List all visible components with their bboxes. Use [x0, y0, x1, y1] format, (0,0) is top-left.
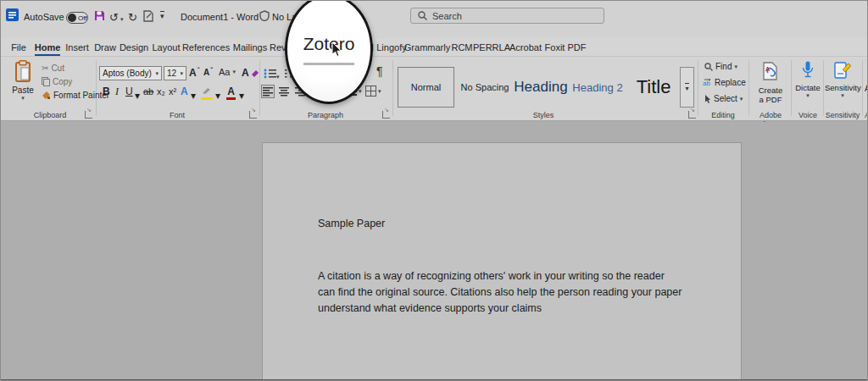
subscript-button[interactable]: x₂	[157, 86, 165, 97]
select-button[interactable]: Select▾	[704, 94, 743, 103]
autosave-label: AutoSave	[24, 12, 64, 22]
save-icon[interactable]	[94, 10, 105, 21]
style-title[interactable]: Title	[630, 67, 677, 108]
qat-customize-icon[interactable]: ▾	[160, 11, 164, 20]
microphone-icon	[802, 61, 814, 80]
replace-button[interactable]: ab Replace	[703, 78, 746, 87]
styles-dialog-launcher-icon[interactable]	[688, 111, 696, 119]
touch-mode-icon[interactable]	[143, 10, 154, 22]
tab-zotero[interactable]: Zotero	[303, 34, 355, 54]
align-left-icon	[263, 87, 273, 97]
tab-draw[interactable]: Draw	[92, 38, 118, 57]
tab-perrla[interactable]: PERRLA	[474, 38, 509, 57]
text-effects-dropdown-icon[interactable]: ▾	[191, 90, 196, 102]
show-marks-button[interactable]: ¶	[376, 64, 383, 78]
strikethrough-button[interactable]: ab	[143, 86, 153, 97]
style-no-spacing[interactable]: No Spacing	[459, 67, 511, 108]
align-center-button[interactable]	[277, 85, 291, 98]
search-icon	[418, 11, 427, 20]
bold-button[interactable]: B	[103, 86, 110, 97]
group-divider	[392, 60, 393, 116]
change-case-button[interactable]: Aa▾	[219, 67, 236, 77]
tab-acrobat[interactable]: Acrobat	[508, 38, 543, 57]
highlight-color-button[interactable]	[201, 86, 213, 100]
format-painter-icon	[42, 91, 51, 100]
format-painter-button[interactable]: Format Painter	[42, 91, 109, 100]
group-divider	[96, 60, 97, 116]
font-dialog-launcher-icon[interactable]	[249, 111, 257, 119]
tab-file[interactable]: File	[6, 38, 31, 57]
search-box[interactable]: Search	[410, 8, 604, 24]
document-heading[interactable]: Sample Paper	[318, 218, 385, 229]
tab-insert[interactable]: Insert	[64, 38, 91, 57]
tab-foxit-pdf[interactable]: Foxit PDF	[543, 38, 587, 57]
styles-gallery-more-button[interactable]: ▾	[680, 67, 694, 108]
text-effects-button[interactable]: A	[181, 86, 188, 97]
clipboard-group-label: Clipboard	[18, 111, 82, 119]
superscript-button[interactable]: x²	[169, 86, 176, 97]
undo-icon[interactable]: ↺	[109, 12, 119, 23]
tab-grammarly[interactable]: Grammarly	[404, 38, 450, 57]
clipboard-dialog-launcher-icon[interactable]	[85, 111, 92, 119]
tab-mailings[interactable]: Mailings	[231, 38, 269, 57]
dictate-button[interactable]: Dictate ▾	[794, 61, 821, 99]
tab-design[interactable]: Design	[118, 38, 150, 57]
clear-formatting-button[interactable]: A	[242, 67, 259, 79]
editing-group-label: Editing	[698, 111, 748, 119]
paste-icon	[14, 60, 31, 82]
font-color-dropdown-icon[interactable]: ▾	[239, 90, 244, 102]
autosave-toggle[interactable]: Off	[66, 12, 88, 24]
redo-icon[interactable]: ↻	[128, 12, 137, 23]
document-page[interactable]: Sample Paper A citation is a way of reco…	[262, 142, 742, 380]
underline-dropdown-icon[interactable]: ▾	[135, 90, 140, 102]
shrink-font-button[interactable]: Aˇ	[203, 68, 213, 77]
tab-layout[interactable]: Layout	[150, 38, 182, 57]
cut-button[interactable]: ✂ Cut	[42, 64, 64, 73]
sensitivity-shield-icon[interactable]	[259, 10, 270, 21]
find-icon	[704, 63, 713, 71]
zotero-underline	[303, 63, 354, 65]
paste-button[interactable]: Paste ▾	[8, 60, 38, 109]
paste-dropdown-icon: ▾	[8, 95, 38, 102]
cut-icon: ✂	[42, 64, 48, 73]
font-group-label: Font	[145, 111, 209, 119]
undo-dropdown-icon[interactable]: ▾	[120, 16, 124, 23]
copy-button[interactable]: Copy	[42, 77, 72, 86]
copy-icon	[42, 77, 50, 86]
document-paragraph[interactable]: A citation is a way of recognizing other…	[318, 268, 682, 317]
paragraph-dialog-launcher-icon[interactable]	[382, 111, 390, 119]
sensitivity-button[interactable]: Sensitivity ▾	[825, 61, 860, 99]
create-pdf-button[interactable]: A Create a PDF	[752, 62, 789, 104]
group-divider	[698, 60, 698, 116]
word-logo-icon[interactable]	[6, 8, 19, 21]
align-left-button[interactable]	[261, 85, 275, 98]
cutoff-group-label: A	[865, 111, 868, 119]
title-bar: AutoSave Off ↺ ▾ ↻ ▾ Document1 - Word No…	[1, 1, 868, 38]
replace-icon: ab	[703, 79, 712, 87]
group-divider	[823, 60, 824, 116]
sensitivity-group-label: Sensitivity	[823, 111, 862, 119]
paragraph-group-label: Paragraph	[293, 111, 358, 119]
font-name-select[interactable]: Aptos (Body) ▾	[99, 66, 162, 80]
font-color-button[interactable]: A	[226, 86, 236, 100]
ribbon: Paste ▾ ✂ Cut Copy Format Painter Clipbo…	[1, 57, 868, 121]
style-normal[interactable]: Normal	[398, 67, 454, 108]
italic-button[interactable]: I	[115, 86, 119, 97]
style-heading[interactable]: Heading	[514, 67, 568, 108]
tab-references[interactable]: References	[182, 38, 230, 57]
document-area: Sample Paper A citation is a way of reco…	[1, 122, 868, 379]
style-heading-2[interactable]: Heading 2	[570, 67, 625, 108]
toggle-knob-icon	[68, 14, 76, 22]
borders-button[interactable]: ▾	[365, 86, 381, 97]
tab-rcm[interactable]: RCM	[448, 38, 476, 57]
ribbon-tab-row: File Home Insert Draw Design Layout Refe…	[1, 38, 868, 57]
tab-home[interactable]: Home	[33, 38, 62, 57]
select-cursor-icon	[704, 95, 711, 103]
borders-grid-icon	[365, 86, 376, 97]
find-button[interactable]: Find▾	[704, 62, 737, 71]
highlight-dropdown-icon[interactable]: ▾	[215, 90, 220, 102]
underline-button[interactable]: U	[125, 86, 133, 97]
font-size-select[interactable]: 12 ▾	[164, 66, 186, 80]
bullets-button[interactable]: ▾	[264, 67, 280, 82]
grow-font-button[interactable]: Aˆ	[189, 67, 199, 79]
